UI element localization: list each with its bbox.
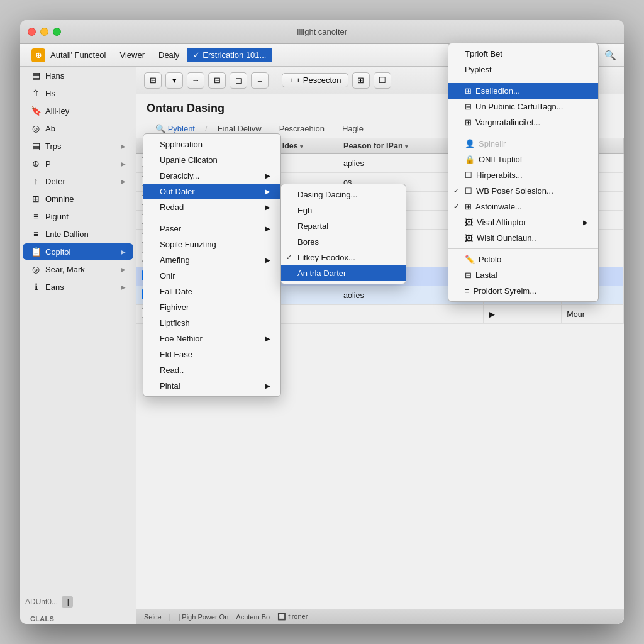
- sidebar-item-eans[interactable]: ℹ Eans ▶: [23, 279, 133, 295]
- sidebar-item-copitol[interactable]: 📋 Copitol ▶: [23, 243, 133, 260]
- cell-mon: ·: [562, 192, 624, 211]
- pescraehion-label: Pescraehion: [279, 124, 325, 133]
- maximize-button[interactable]: [53, 28, 61, 36]
- app-icon: ⊕: [31, 48, 45, 62]
- table-row[interactable]: Euitl me ▶ ·: [136, 192, 624, 211]
- copitol-icon: 📋: [30, 247, 42, 257]
- sidebar-footer: ADUnt0... ‖: [20, 591, 136, 613]
- sidebar-item-lnte[interactable]: ≡ Lnte Dallion: [23, 226, 133, 242]
- toolbar-btn-minus[interactable]: ⊟: [208, 72, 226, 89]
- toolbar-btn-grid[interactable]: ⊞: [144, 72, 162, 89]
- row-checkbox[interactable]: [142, 195, 152, 205]
- trps-label: Trps: [45, 142, 62, 151]
- cell-name: Fann Nanide: [170, 267, 277, 286]
- data-table: Bhonore ▾ Ides ▾ Peason for IPan ▾ Desir…: [136, 138, 624, 324]
- search-button[interactable]: 🔍: [601, 47, 619, 64]
- sidebar-item-hs[interactable]: ⇧ Hs: [23, 85, 133, 101]
- status-seice: Seice: [144, 613, 162, 621]
- table-row[interactable]: Cijll Paser Memeth. ·: [136, 248, 624, 267]
- cell-ides: [277, 230, 338, 248]
- viewer-menu[interactable]: Viewer: [113, 48, 151, 62]
- footer-pause-btn[interactable]: ‖: [62, 596, 73, 608]
- dealy-menu[interactable]: Dealy: [152, 48, 186, 62]
- table-row[interactable]: Catiodtum... ocoto proc.: [136, 211, 624, 230]
- table-row[interactable]: Fann Nanide ions crud: [136, 267, 624, 286]
- sidebar-item-pigunt[interactable]: ≡ Pigunt: [23, 208, 133, 225]
- cell-name: Catiodtum...: [170, 211, 277, 230]
- cell-name: Untiost...: [170, 286, 277, 305]
- row-checkbox[interactable]: [142, 176, 152, 186]
- p-label: P: [45, 159, 51, 169]
- toolbar-btn-extra1[interactable]: ⊞: [352, 72, 370, 89]
- app-menu-item[interactable]: ⊕ Autall' Functeol: [25, 46, 112, 65]
- cell-mon: Mour: [562, 305, 624, 324]
- sidebar-item-alll-iey[interactable]: 🔖 Alll-iey: [23, 103, 133, 119]
- toolbar-btn-forward[interactable]: →: [187, 72, 204, 89]
- cell-reason: ions: [338, 267, 484, 286]
- cell-name: Aptisc: [170, 173, 277, 192]
- table-row[interactable]: Aptisc os ▶ lplu L: [136, 173, 624, 192]
- ab-label: Ab: [45, 124, 55, 133]
- col-ides[interactable]: Ides ▾: [277, 138, 338, 154]
- toolbar-btn-extra2[interactable]: ☐: [374, 72, 391, 89]
- sidebar-item-hans[interactable]: ▤ Hans: [23, 67, 133, 84]
- tab-final-delivw[interactable]: Final Delivw: [209, 120, 270, 138]
- cell-ides: [277, 248, 338, 267]
- tab-pyblent[interactable]: 🔍 Pyblent: [147, 120, 204, 138]
- cell-desirg: [484, 211, 562, 230]
- toolbar-btn-dropdown[interactable]: ▾: [165, 72, 183, 89]
- sidebar-item-deter[interactable]: ↑ Deter ▶: [23, 173, 133, 189]
- cell-mon: proc.: [562, 211, 624, 230]
- copitol-expand-icon: ▶: [121, 248, 126, 255]
- cell-reason: [338, 305, 484, 324]
- table-row[interactable]: Untiost... aolies rcy.ry: [136, 286, 624, 305]
- sidebar-item-searmark[interactable]: ◎ Sear, Mark ▶: [23, 261, 133, 277]
- ab-icon: ◎: [30, 123, 42, 133]
- toolbar-btn-list[interactable]: ≡: [251, 72, 269, 89]
- table-row[interactable]: Asir aplies ·: [136, 154, 624, 173]
- sidebar-bottom-label: Clals: [20, 613, 136, 624]
- col-peason[interactable]: Peason for IPan ▾: [338, 138, 484, 154]
- close-button[interactable]: [28, 28, 36, 36]
- final-delivw-label: Final Delivw: [218, 124, 262, 133]
- search-tab-icon: 🔍: [155, 124, 168, 133]
- sidebar-item-omnine[interactable]: ⊞ Omnine: [23, 191, 133, 207]
- sidebar-item-ab[interactable]: ◎ Ab: [23, 120, 133, 136]
- row-checkbox[interactable]: [142, 252, 152, 262]
- row-checkbox[interactable]: [142, 233, 152, 243]
- row-checkbox[interactable]: [142, 214, 152, 224]
- sidebar-item-trps[interactable]: ▤ Trps ▶: [23, 138, 133, 154]
- row-checkbox[interactable]: [142, 289, 152, 299]
- col-mon[interactable]: Mon ▾: [562, 138, 624, 154]
- add-pescecton-button[interactable]: + + Pescecton: [282, 73, 348, 87]
- pigunt-label: Pigunt: [45, 212, 69, 221]
- row-checkbox[interactable]: [142, 157, 152, 167]
- erstrication-menu[interactable]: ✓ Erstrication 101...: [187, 48, 272, 62]
- deter-expand-icon: ▶: [121, 178, 126, 185]
- col-bhonore[interactable]: Bhonore ▾: [170, 138, 277, 154]
- row-checkbox[interactable]: [142, 308, 152, 318]
- trps-expand-icon: ▶: [121, 143, 126, 150]
- p-expand-icon: ▶: [121, 160, 126, 167]
- searmark-label: Sear, Mark: [45, 265, 85, 274]
- table-row[interactable]: ▶ Mour: [136, 305, 624, 324]
- sidebar-item-p[interactable]: ⊕ P ▶: [23, 155, 133, 172]
- status-sep: |: [169, 613, 171, 621]
- tab-hagle[interactable]: Hagle: [333, 120, 372, 138]
- cell-ides: [277, 173, 338, 192]
- col-expand: [157, 138, 170, 154]
- title-bar: Illight canolter: [20, 20, 624, 44]
- minimize-button[interactable]: [40, 28, 48, 36]
- cell-mon: lplu L: [562, 173, 624, 192]
- tab-pescraehion[interactable]: Pescraehion: [270, 120, 333, 138]
- add-icon: +: [289, 75, 294, 85]
- row-expand: [157, 173, 170, 192]
- row-checkbox[interactable]: [142, 270, 152, 280]
- page-title: Ontaru Dasing: [136, 94, 624, 120]
- row-expand: [157, 305, 170, 324]
- toolbar-btn-square[interactable]: ◻: [230, 72, 247, 89]
- table-row[interactable]: Mole ntries ·: [136, 230, 624, 248]
- erstrication-label: Erstrication 101...: [203, 50, 266, 60]
- col-desirg[interactable]: Desirg ▾: [484, 138, 562, 154]
- cell-name: Mole: [170, 230, 277, 248]
